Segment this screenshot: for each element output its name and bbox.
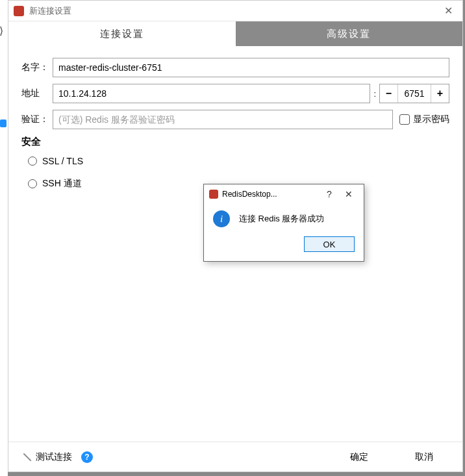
help-icon[interactable]: ? <box>81 451 93 463</box>
modal-footer: OK <box>204 236 364 261</box>
port-decrement-button[interactable]: − <box>380 84 398 103</box>
sidebar-indicator <box>0 119 6 127</box>
row-address: 地址 : − 6751 + <box>21 84 449 103</box>
radio-ssl[interactable]: SSL / TLS <box>28 156 449 166</box>
label-name: 名字： <box>21 62 53 73</box>
checkbox-box-icon <box>399 114 410 125</box>
back-arrow-icon: ⟩ <box>0 25 3 37</box>
window-title: 新连接设置 <box>29 5 439 17</box>
footer: 测试连接 ? 确定 取消 <box>8 442 462 471</box>
address-port-colon: : <box>373 89 376 99</box>
modal-titlebar: RedisDesktop... ? ✕ <box>204 184 364 204</box>
auth-input[interactable] <box>53 110 393 129</box>
cancel-button[interactable]: 取消 <box>395 448 453 466</box>
app-icon <box>209 190 218 199</box>
ok-button[interactable]: 确定 <box>330 448 388 466</box>
port-increment-button[interactable]: + <box>431 84 449 103</box>
show-password-checkbox[interactable]: 显示密码 <box>399 114 449 125</box>
tab-advanced[interactable]: 高级设置 <box>236 21 463 46</box>
info-icon: i <box>213 210 230 227</box>
label-address: 地址 <box>21 88 53 99</box>
modal-title: RedisDesktop... <box>222 190 320 199</box>
port-spinner: − 6751 + <box>379 84 449 103</box>
app-icon <box>14 6 24 16</box>
test-connection-button[interactable]: 测试连接 <box>18 449 77 466</box>
tabs: 连接设置 高级设置 <box>8 21 462 46</box>
modal-close-button[interactable]: ✕ <box>339 189 358 199</box>
security-section-title: 安全 <box>21 136 449 148</box>
titlebar: 新连接设置 ✕ <box>8 1 462 21</box>
address-input[interactable] <box>53 84 370 103</box>
row-auth: 验证： 显示密码 <box>21 110 449 129</box>
background-edge: ⟩ <box>0 0 8 476</box>
modal-message: 连接 Redis 服务器成功 <box>239 213 324 225</box>
wand-icon <box>21 451 34 464</box>
label-auth: 验证： <box>21 114 53 125</box>
radio-circle-icon <box>28 157 37 166</box>
modal-body: i 连接 Redis 服务器成功 <box>204 204 364 236</box>
show-password-label: 显示密码 <box>413 114 449 125</box>
test-connection-label: 测试连接 <box>36 451 72 463</box>
message-dialog: RedisDesktop... ? ✕ i 连接 Redis 服务器成功 OK <box>203 184 364 262</box>
radio-circle-icon <box>28 179 37 188</box>
name-input[interactable] <box>53 58 449 77</box>
row-name: 名字： <box>21 58 449 77</box>
close-button[interactable]: ✕ <box>439 5 457 17</box>
modal-help-button[interactable]: ? <box>320 189 339 199</box>
modal-ok-button[interactable]: OK <box>304 236 355 252</box>
radio-ssl-label: SSL / TLS <box>42 156 83 166</box>
form-area: 名字： 地址 : − 6751 + 验证： 显示密码 安全 SSL / TLS <box>8 46 462 190</box>
tab-connection[interactable]: 连接设置 <box>8 21 236 46</box>
port-value[interactable]: 6751 <box>398 84 431 103</box>
radio-ssh-label: SSH 通道 <box>42 178 82 190</box>
